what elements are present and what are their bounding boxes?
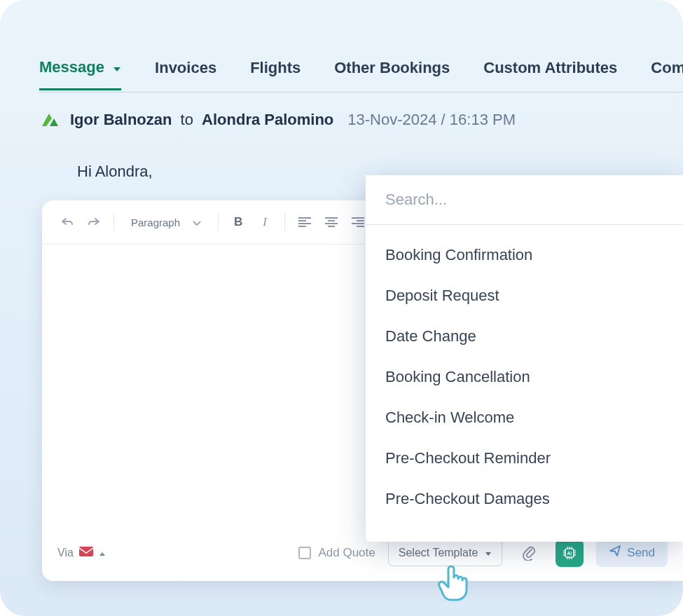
paragraph-style-label: Paragraph (131, 217, 180, 228)
send-button[interactable]: Send (596, 538, 668, 567)
tab-other-bookings[interactable]: Other Bookings (334, 59, 450, 90)
bold-button[interactable]: B (228, 212, 248, 232)
tab-label: Comm (651, 59, 683, 76)
tab-flights[interactable]: Flights (250, 59, 301, 90)
ai-chip-icon: AI (562, 545, 577, 561)
caret-up-icon (99, 547, 106, 559)
svg-text:AI: AI (567, 551, 572, 556)
message-header: Igor Balnozan to Alondra Palomino 13-Nov… (39, 109, 669, 130)
send-label: Send (627, 546, 655, 560)
send-icon (609, 545, 621, 561)
template-list: Booking Confirmation Deposit Request Dat… (366, 225, 683, 529)
template-dropdown: Booking Confirmation Deposit Request Dat… (366, 175, 683, 542)
template-item-deposit-request[interactable]: Deposit Request (366, 275, 683, 316)
tab-label: Message (39, 58, 104, 76)
brand-icon (39, 109, 60, 130)
redo-button[interactable] (84, 212, 104, 232)
select-template-label: Select Template (399, 547, 478, 559)
select-template-button[interactable]: Select Template (388, 540, 503, 566)
tab-comm[interactable]: Comm (651, 59, 683, 90)
attach-button[interactable] (515, 539, 543, 567)
undo-button[interactable] (57, 212, 77, 232)
toolbar-separator (218, 213, 219, 231)
toolbar-separator (113, 213, 114, 231)
add-quote-toggle[interactable]: Add Quote (298, 546, 375, 560)
caret-down-icon (113, 59, 121, 77)
svg-rect-0 (79, 547, 93, 556)
italic-button[interactable]: I (255, 212, 275, 232)
template-search-input[interactable] (366, 175, 683, 225)
tab-custom-attributes[interactable]: Custom Attributes (483, 59, 617, 90)
add-quote-label: Add Quote (318, 546, 375, 560)
tab-label: Flights (250, 59, 301, 76)
to-word: to (181, 111, 193, 128)
recipient-name: Alondra Palomino (202, 111, 333, 128)
checkbox-icon (298, 547, 311, 559)
via-label: Via (57, 547, 74, 559)
align-left-button[interactable] (295, 212, 315, 232)
tab-label: Invoices (155, 59, 216, 76)
sender-name: Igor Balnozan (70, 111, 172, 128)
template-item-checkin-welcome[interactable]: Check-in Welcome (366, 397, 683, 438)
template-item-pre-checkout-reminder[interactable]: Pre-Checkout Reminder (366, 438, 683, 479)
template-item-booking-cancellation[interactable]: Booking Cancellation (366, 357, 683, 397)
template-item-booking-confirmation[interactable]: Booking Confirmation (366, 235, 683, 275)
paperclip-icon (522, 545, 536, 561)
template-item-pre-checkout-damages[interactable]: Pre-Checkout Damages (366, 479, 683, 519)
tab-message[interactable]: Message (39, 58, 121, 90)
toolbar-separator (284, 213, 285, 231)
tabs-bar: Message Invoices Flights Other Bookings … (39, 56, 683, 93)
chevron-down-icon (193, 217, 201, 228)
align-center-button[interactable] (322, 212, 341, 232)
paragraph-style-select[interactable]: Paragraph (124, 212, 208, 233)
template-item-date-change[interactable]: Date Change (366, 316, 683, 357)
tab-label: Other Bookings (334, 59, 450, 76)
align-right-button[interactable] (348, 212, 368, 232)
tab-invoices[interactable]: Invoices (155, 59, 216, 90)
email-icon (79, 547, 93, 559)
via-channel-select[interactable]: Via (57, 547, 106, 559)
message-timestamp: 13-Nov-2024 / 16:13 PM (347, 111, 516, 129)
caret-down-icon (485, 547, 492, 559)
tab-label: Custom Attributes (483, 59, 617, 76)
ai-assist-button[interactable]: AI (556, 539, 584, 567)
